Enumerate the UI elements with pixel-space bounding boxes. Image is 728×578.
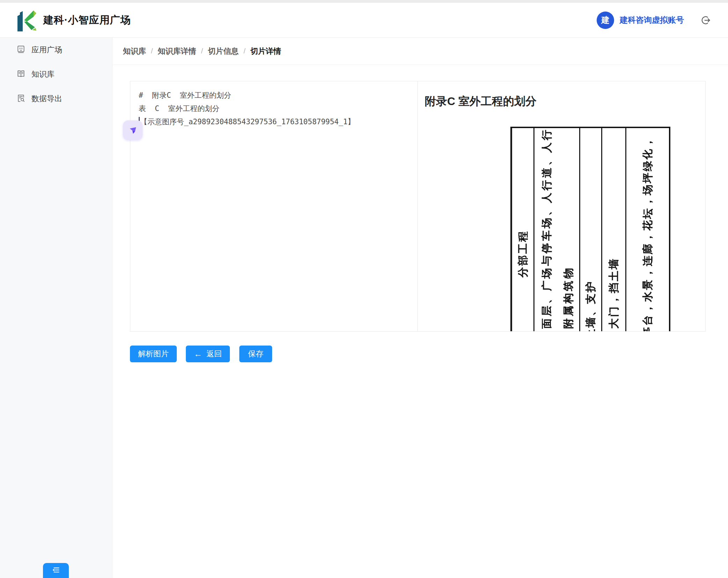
scan-col-text: 面层、广场与停车场、人行道、人行 <box>534 128 558 331</box>
action-bar: 解析图片 ← 返回 保存 <box>130 346 728 362</box>
app-plaza-icon <box>16 45 26 55</box>
back-button-label: 返回 <box>206 349 222 359</box>
sidebar-item-label: 应用广场 <box>31 45 62 55</box>
collapse-sidebar-button[interactable] <box>43 563 69 578</box>
translate-extension-icon[interactable] <box>123 120 143 140</box>
sidebar-item-data-export[interactable]: 数据导出 <box>0 87 112 111</box>
back-button[interactable]: ← 返回 <box>186 346 230 362</box>
data-export-icon <box>16 94 26 104</box>
editor-line-text: 【示意图序号_a2989230488543297536_176310587995… <box>140 118 355 126</box>
slice-detail-panel: # 附录C 室外工程的划分 表 C 室外工程的划分 【示意图序号_a298923… <box>130 81 706 332</box>
sidebar-item-knowledge-base[interactable]: 知识库 <box>0 62 112 87</box>
sidebar: 应用广场 知识库 <box>0 38 112 578</box>
editor-line: 【示意图序号_a2989230488543297536_176310587995… <box>139 115 409 128</box>
app-logo-icon <box>16 8 38 33</box>
breadcrumb-separator: / <box>243 47 246 55</box>
scan-col-text: 分部工程 <box>512 128 533 331</box>
scan-col-text: 附属构筑物 <box>558 128 579 331</box>
sidebar-item-label: 数据导出 <box>31 94 62 104</box>
avatar[interactable]: 建 <box>597 12 614 29</box>
scan-col-text: 大门，挡土墙 <box>602 128 625 331</box>
scanned-table-image: 分部工程 面层、广场与停车场、人行道、人行 附属构筑物 <box>510 127 670 331</box>
header: 建科·小智应用广场 建 建科咨询虚拟账号 <box>0 3 728 38</box>
breadcrumb-separator: / <box>201 47 203 55</box>
preview-title: 附录C 室外工程的划分 <box>418 81 705 109</box>
back-arrow-icon: ← <box>194 350 202 358</box>
markdown-editor[interactable]: # 附录C 室外工程的划分 表 C 室外工程的划分 【示意图序号_a298923… <box>130 81 418 331</box>
app-root: 建科·小智应用广场 建 建科咨询虚拟账号 <box>0 0 728 578</box>
collapse-sidebar-icon <box>51 565 60 576</box>
logout-icon[interactable] <box>699 14 712 27</box>
breadcrumb-separator: / <box>151 47 153 55</box>
brand: 建科·小智应用广场 <box>16 8 131 33</box>
parse-image-button[interactable]: 解析图片 <box>130 346 177 362</box>
sidebar-item-label: 知识库 <box>31 69 54 80</box>
window-top-edge <box>0 0 728 3</box>
breadcrumb-current: 切片详情 <box>250 46 281 57</box>
account-name: 建科咨询虚拟账号 <box>620 15 684 25</box>
scan-col-text: 亭台，水景，连廊，花坛，场坪绿化， <box>626 128 669 331</box>
breadcrumb-item[interactable]: 知识库详情 <box>158 46 196 57</box>
editor-line: 表 C 室外工程的划分 <box>139 102 409 115</box>
breadcrumb-item[interactable]: 切片信息 <box>208 46 239 57</box>
save-button[interactable]: 保存 <box>239 346 272 362</box>
breadcrumb-item[interactable]: 知识库 <box>123 46 146 57</box>
main-area: 知识库 / 知识库详情 / 切片信息 / 切片详情 # 附录C 室外工程的划分 … <box>112 38 728 578</box>
scan-col-text: 挡土墙、支护 <box>580 128 601 331</box>
account-chip[interactable]: 建 建科咨询虚拟账号 <box>597 12 684 29</box>
editor-line: # 附录C 室外工程的划分 <box>139 89 409 102</box>
markdown-preview: 附录C 室外工程的划分 分部工程 面层、广场与停车场、人行道、人行 附属 <box>418 81 705 331</box>
breadcrumb: 知识库 / 知识库详情 / 切片信息 / 切片详情 <box>112 38 728 65</box>
knowledge-base-icon <box>16 69 26 80</box>
sidebar-item-app-plaza[interactable]: 应用广场 <box>0 38 112 62</box>
app-title: 建科·小智应用广场 <box>43 13 131 27</box>
